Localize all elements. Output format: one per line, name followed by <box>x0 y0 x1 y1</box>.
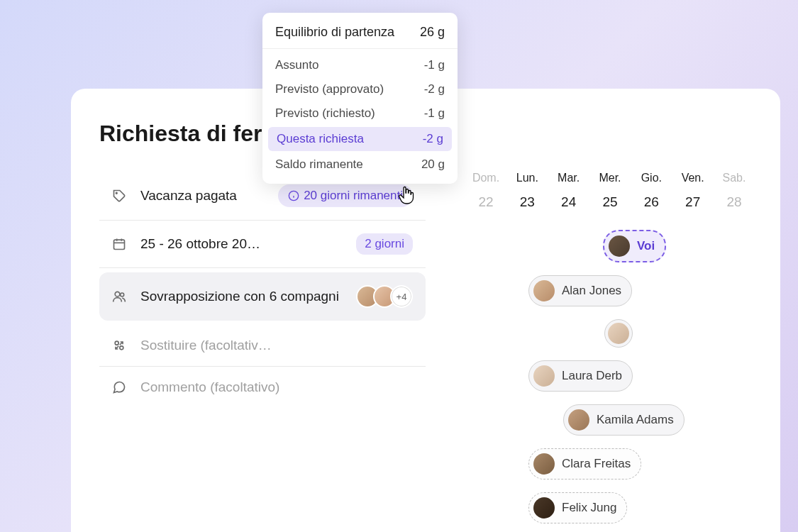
popover-row: Previsto (approvato) -2 g <box>262 77 458 101</box>
avatar <box>568 409 589 431</box>
weekdate: 25 <box>592 194 628 210</box>
popover-row: Assunto -1 g <box>262 53 458 77</box>
comment-label: Commento (facoltativo) <box>140 379 404 395</box>
weekdate: 27 <box>675 194 711 210</box>
popover-head: Equilibrio di partenza 26 g <box>262 20 458 49</box>
timeline-item[interactable]: Felix Jung <box>528 492 627 523</box>
avatar <box>608 323 629 344</box>
popover-row: Previsto (richiesto) -1 g <box>262 101 458 126</box>
timeline-name: Laura Derb <box>562 369 622 383</box>
svg-point-0 <box>116 192 117 194</box>
tag-icon <box>112 189 129 203</box>
popover-value: 20 g <box>421 157 445 172</box>
popover-label: Saldo rimanente <box>275 157 363 172</box>
avatar <box>533 280 555 301</box>
weekdate: 26 <box>633 194 669 210</box>
popover-value: 26 g <box>420 25 445 40</box>
popover-value: -2 g <box>423 132 443 146</box>
dates-count-pill: 2 giorni <box>356 233 413 255</box>
popover-label: Equilibrio di partenza <box>275 25 394 40</box>
popover-value: -1 g <box>424 58 445 72</box>
svg-rect-4 <box>114 240 125 249</box>
substitute-label: Sostituire (facoltativ… <box>140 338 404 353</box>
weekday: Mer. <box>592 172 628 184</box>
leave-type-label: Vacanza pagata <box>140 188 270 204</box>
avatar <box>609 235 630 257</box>
timeline-name: Clara Freitas <box>562 457 631 471</box>
avatar <box>533 497 555 519</box>
content-wrap: Vacanza pagata 20 giorni rimanenti 25 - … <box>99 172 752 532</box>
balance-popover: Equilibrio di partenza 26 g Assunto -1 g… <box>262 13 458 184</box>
timeline-item[interactable]: Laura Derb <box>528 360 633 392</box>
overlap-label: Sovrapposizione con 6 compagni <box>140 289 348 304</box>
weekday: Gio. <box>633 172 669 184</box>
avatar-more: +4 <box>390 285 413 308</box>
weekday: Ven. <box>675 172 711 184</box>
dates-row[interactable]: 25 - 26 ottobre 20… 2 giorni <box>99 221 426 268</box>
weekdate: 24 <box>551 194 587 210</box>
dates-label: 25 - 26 ottobre 20… <box>140 236 348 252</box>
weekdate: 23 <box>509 194 545 210</box>
calendar-icon <box>112 237 129 251</box>
timeline-item[interactable]: Clara Freitas <box>528 448 641 480</box>
svg-point-8 <box>115 292 120 297</box>
popover-value: -2 g <box>424 82 445 96</box>
popover-row-highlight: Questa richiesta -2 g <box>268 127 452 151</box>
overlap-row[interactable]: Sovrapposizione con 6 compagni +4 <box>99 272 426 321</box>
weekdate: 22 <box>468 194 504 210</box>
timeline-item-you[interactable]: Voi <box>603 230 666 262</box>
week-header: Dom. Lun. Mar. Mer. Gio. Ven. Sab. <box>468 172 752 184</box>
svg-point-9 <box>121 293 124 297</box>
popover-row-remaining: Saldo rimanente 20 g <box>262 153 458 177</box>
timeline-rows: Voi Alan Jones Laura Derb Kamila Adams <box>468 230 752 523</box>
timeline-item[interactable]: Alan Jones <box>528 275 632 306</box>
popover-label: Previsto (richiesto) <box>275 106 375 121</box>
timeline-name: Kamila Adams <box>597 413 674 427</box>
popover-label: Questa richiesta <box>277 132 364 146</box>
timeline-item[interactable] <box>604 319 633 348</box>
weekday: Lun. <box>509 172 545 184</box>
substitute-row[interactable]: Sostituire (facoltativ… <box>99 325 426 367</box>
left-column: Vacanza pagata 20 giorni rimanenti 25 - … <box>99 172 426 532</box>
cursor-hand-icon <box>397 186 414 207</box>
people-icon <box>112 289 129 304</box>
avatar <box>533 453 555 475</box>
week-dates: 22 23 24 25 26 27 28 <box>468 194 752 210</box>
weekday: Dom. <box>468 172 504 184</box>
timeline-name: Alan Jones <box>562 284 621 298</box>
popover-label: Previsto (approvato) <box>275 82 384 96</box>
timeline-name: Voi <box>637 239 655 253</box>
info-icon <box>288 190 299 201</box>
days-remaining-text: 20 giorni rimanenti <box>304 189 403 203</box>
popover-value: -1 g <box>424 106 445 121</box>
days-remaining-badge[interactable]: 20 giorni rimanenti <box>278 184 413 207</box>
avatar-stack: +4 <box>356 285 413 308</box>
svg-point-11 <box>120 346 123 350</box>
svg-point-10 <box>115 341 118 345</box>
avatar <box>533 365 555 387</box>
swap-people-icon <box>112 338 129 353</box>
weekday: Mar. <box>551 172 587 184</box>
timeline-item[interactable]: Kamila Adams <box>563 404 685 436</box>
right-column: Dom. Lun. Mar. Mer. Gio. Ven. Sab. 22 23… <box>468 172 752 532</box>
comment-row[interactable]: Commento (facoltativo) <box>99 367 426 408</box>
popover-label: Assunto <box>275 58 318 72</box>
weekday: Sab. <box>716 172 752 184</box>
weekdate: 28 <box>716 194 752 210</box>
comment-icon <box>112 380 129 394</box>
timeline-name: Felix Jung <box>562 501 616 515</box>
